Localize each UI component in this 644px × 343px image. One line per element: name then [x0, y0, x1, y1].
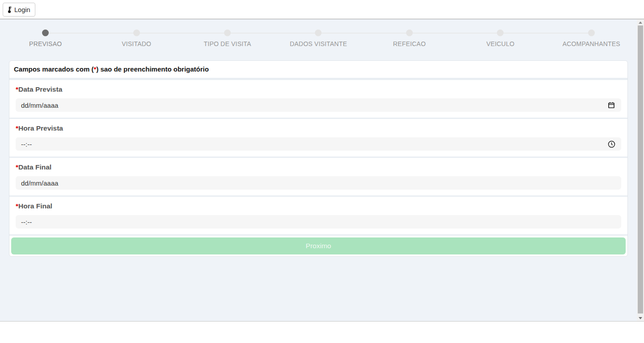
scrollbar-thumb[interactable] [638, 25, 643, 313]
scrollbar-down-arrow-icon[interactable] [637, 315, 644, 321]
vertical-scrollbar[interactable] [637, 19, 644, 321]
step-tipo-de-visita[interactable]: TIPO DE VISITA [182, 30, 273, 47]
step-previsao[interactable]: PREVISAO [0, 30, 91, 47]
step-refeicao[interactable]: REFEICAO [364, 30, 455, 47]
hora-final-input[interactable] [16, 215, 621, 229]
login-button[interactable]: Login [3, 3, 35, 17]
data-final-input[interactable] [16, 176, 621, 190]
previsao-form-panel: Campos marcados com (*) sao de preenchim… [9, 60, 628, 257]
key-icon [7, 6, 13, 13]
step-dot-icon [588, 30, 595, 36]
step-dot-icon [315, 30, 322, 36]
step-label: PREVISAO [0, 40, 91, 47]
login-button-label: Login [14, 6, 30, 13]
step-label: VISITADO [91, 40, 182, 47]
data-prevista-input[interactable] [16, 98, 621, 112]
step-dot-icon [406, 30, 413, 36]
step-label: DADOS VISITANTE [273, 40, 364, 47]
step-visitado[interactable]: VISITADO [91, 30, 182, 47]
field-row-hora-prevista: *Hora Prevista [9, 119, 627, 158]
step-dot-icon [224, 30, 231, 36]
next-button-row: Proximo [9, 236, 627, 256]
calendar-icon[interactable] [607, 101, 615, 109]
wizard-stepper: PREVISAO VISITADO TIPO DE VISITA DADOS V… [0, 19, 637, 47]
hora-prevista-input[interactable] [16, 137, 621, 151]
main-content: PREVISAO VISITADO TIPO DE VISITA DADOS V… [0, 19, 644, 322]
next-button[interactable]: Proximo [11, 237, 626, 254]
field-row-data-final: *Data Final [9, 158, 627, 197]
hora-prevista-label: *Hora Prevista [16, 124, 621, 132]
data-prevista-label: *Data Prevista [16, 85, 621, 93]
step-label: ACOMPANHANTES [546, 40, 637, 47]
step-label: TIPO DE VISITA [182, 40, 273, 47]
topbar: Login [0, 0, 644, 19]
field-row-data-prevista: *Data Prevista [9, 80, 627, 119]
step-veiculo[interactable]: VEICULO [455, 30, 546, 47]
clock-icon[interactable] [607, 140, 615, 148]
hora-final-label: *Hora Final [16, 202, 621, 210]
required-fields-notice: Campos marcados com (*) sao de preenchim… [9, 61, 627, 80]
step-acompanhantes[interactable]: ACOMPANHANTES [546, 30, 637, 47]
step-dot-active-icon [42, 30, 49, 36]
data-final-label: *Data Final [16, 163, 621, 171]
step-dot-icon [497, 30, 504, 36]
scrollbar-up-arrow-icon[interactable] [637, 19, 644, 25]
step-label: VEICULO [455, 40, 546, 47]
step-dados-visitante[interactable]: DADOS VISITANTE [273, 30, 364, 47]
step-label: REFEICAO [364, 40, 455, 47]
field-row-hora-final: *Hora Final [9, 197, 627, 236]
step-dot-icon [133, 30, 140, 36]
